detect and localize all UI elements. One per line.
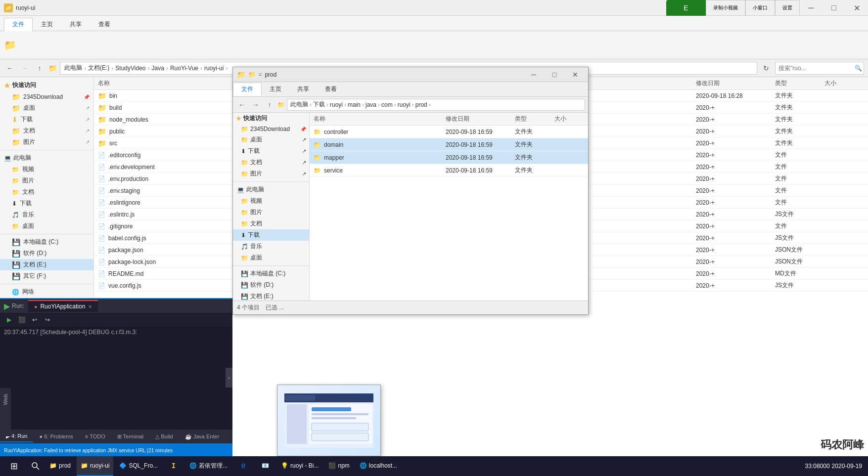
second-close[interactable]: ✕	[566, 68, 584, 82]
second-sidebar-c[interactable]: 💾 本地磁盘 (C:)	[233, 268, 309, 279]
second-tab-file[interactable]: 文件	[233, 83, 262, 96]
second-minimize[interactable]: ─	[525, 68, 543, 82]
taskbar-btn-prod[interactable]: 📁 prod	[46, 456, 75, 476]
forward-btn[interactable]: →	[19, 62, 31, 74]
settings-btn[interactable]: 设置	[775, 0, 800, 16]
breadcrumb-ruoyi-ui[interactable]: ruoyi-ui	[204, 65, 224, 72]
search-input[interactable]	[778, 65, 853, 72]
taskbar-btn-browser[interactable]: e	[233, 456, 253, 476]
second-quick-access[interactable]: ★ 快速访问	[233, 113, 309, 124]
second-sidebar-d[interactable]: 💾 软件 (D:)	[233, 279, 309, 291]
back-btn[interactable]: ←	[4, 62, 16, 74]
ide-java-tab[interactable]: ☕ Java Enter	[179, 432, 226, 442]
col-type[interactable]: 类型	[775, 79, 824, 87]
sidebar-item-pics[interactable]: 📁 图片 ↗	[0, 136, 93, 148]
second-sidebar-dl[interactable]: ⬇ 下载 ↗	[233, 145, 309, 157]
small-window-btn[interactable]: 小窗口	[745, 0, 775, 16]
second-sidebar-desk[interactable]: 📁 桌面 ↗	[233, 134, 309, 145]
table-row[interactable]: 📁domain 2020-09-18 16:59 文件夹	[310, 138, 588, 151]
ide-build-tab[interactable]: △ Build	[149, 432, 179, 442]
sidebar-item-2345download[interactable]: 📁 2345Download 📌	[0, 91, 93, 102]
second-sidebar-video[interactable]: 📁 视频	[233, 195, 309, 207]
second-tab-share[interactable]: 共享	[289, 83, 317, 95]
second-sidebar-desk2[interactable]: 📁 桌面	[233, 252, 309, 263]
chrome-icon[interactable]: E	[666, 0, 706, 16]
sidebar-item-pics2[interactable]: 📁 图片	[0, 175, 93, 186]
second-address-path[interactable]: 此电脑› 下载› ruoyi› main› java› com› ruoyi› …	[287, 99, 585, 111]
taskbar-btn-mail[interactable]: 📧	[255, 456, 275, 476]
sidebar-item-dl2[interactable]: ⬇ 下载	[0, 198, 93, 209]
taskbar-btn-ruoyi-ui[interactable]: 📁 ruoyi-ui	[77, 456, 113, 476]
maximize-btn[interactable]: □	[822, 0, 845, 16]
taskbar-btn-sql[interactable]: 🔷 SQL_Fro...	[115, 456, 162, 476]
sidebar-item-c[interactable]: 💾 本地磁盘 (C:)	[0, 236, 93, 248]
second-sidebar-docs[interactable]: 📁 文档 ↗	[233, 157, 309, 168]
second-tab-home[interactable]: 主页	[262, 83, 289, 95]
ide-tab-ruoyi[interactable]: ● RuoYiApplication ✕	[28, 300, 98, 312]
ide-arrow-btn[interactable]: ›	[226, 368, 232, 388]
tab-file[interactable]: 文件	[4, 18, 33, 31]
col-name[interactable]: 名称	[314, 115, 446, 123]
breadcrumb-java[interactable]: Java	[152, 65, 164, 72]
tab-close-icon[interactable]: ✕	[88, 304, 92, 309]
sidebar-item-desktop[interactable]: 📁 桌面 ↗	[0, 102, 93, 114]
ide-terminal-tab[interactable]: ⊞ Terminal	[111, 432, 149, 442]
second-thispc-header[interactable]: 💻 此电脑	[233, 184, 309, 195]
taskbar-btn-npm[interactable]: ⬛ npm	[324, 456, 353, 476]
second-sidebar-docs2[interactable]: 📁 文档	[233, 218, 309, 229]
tab-share[interactable]: 共享	[61, 18, 90, 31]
close-btn[interactable]: ✕	[845, 0, 868, 16]
second-sidebar-pics[interactable]: 📁 图片 ↗	[233, 168, 309, 179]
second-sidebar-2345[interactable]: 📁 2345Download 📌	[233, 124, 309, 134]
run-rerun-btn[interactable]: ↩	[30, 315, 40, 325]
col-date[interactable]: 修改日期	[696, 79, 775, 87]
search-box[interactable]: 🔍	[775, 62, 864, 75]
sidebar-item-e[interactable]: 💾 文档 (E:)	[0, 259, 93, 270]
second-sidebar-pics2[interactable]: 📁 图片	[233, 207, 309, 218]
sidebar-item-docs[interactable]: 📁 文档 ↗	[0, 125, 93, 136]
second-sidebar-e[interactable]: 💾 文档 (E:)	[233, 291, 309, 301]
breadcrumb-docs[interactable]: 文档(E:)	[88, 64, 109, 72]
run-stop-btn[interactable]: ⬛	[17, 315, 27, 325]
ide-problems-tab[interactable]: ● 6: Problems	[33, 432, 79, 441]
ide-todo-tab[interactable]: ≡ TODO	[79, 432, 111, 441]
table-row[interactable]: 📁mapper 2020-09-18 16:59 文件夹	[310, 151, 588, 164]
sidebar-item-network[interactable]: 🌐 网络	[0, 286, 93, 298]
table-row[interactable]: 📁controller 2020-09-18 16:59 文件夹	[310, 126, 588, 138]
web-label[interactable]: Web	[1, 392, 9, 407]
sidebar-item-music[interactable]: 🎵 音乐	[0, 209, 93, 220]
breadcrumb-thispc[interactable]: 此电脑	[64, 64, 82, 72]
refresh-btn[interactable]: ↻	[760, 62, 772, 74]
minimize-btn[interactable]: ─	[800, 0, 822, 16]
second-forward[interactable]: →	[250, 99, 262, 111]
sidebar-item-video[interactable]: 📁 视频	[0, 164, 93, 175]
sidebar-item-docs2[interactable]: 📁 文档	[0, 186, 93, 198]
taskbar-search-btn[interactable]	[28, 456, 44, 476]
run-pause-btn[interactable]: ↪	[43, 315, 52, 325]
col-size[interactable]: 大小	[824, 79, 864, 87]
start-button[interactable]: ⊞	[2, 456, 26, 476]
up-btn[interactable]: ↑	[34, 62, 46, 74]
col-type[interactable]: 类型	[515, 115, 554, 123]
tab-home[interactable]: 主页	[33, 18, 61, 31]
run-play-btn[interactable]: ▶	[4, 315, 14, 325]
taskbar-btn-ruoyi-admin[interactable]: 🌐 若依管理...	[185, 456, 231, 476]
second-sidebar-music[interactable]: 🎵 音乐	[233, 241, 309, 252]
col-size[interactable]: 大小	[554, 115, 584, 123]
thispc-header[interactable]: 💻 此电脑	[0, 152, 93, 164]
second-up[interactable]: ↑	[264, 99, 275, 111]
second-tab-view[interactable]: 查看	[317, 83, 345, 95]
second-sidebar-dl2[interactable]: ⬇ 下载	[233, 229, 309, 241]
second-back[interactable]: ←	[236, 99, 248, 111]
tab-view[interactable]: 查看	[90, 18, 119, 31]
browser-preview[interactable]	[277, 385, 381, 456]
breadcrumb-ruoyi[interactable]: RuoYi-Vue	[170, 65, 198, 72]
record-btn[interactable]: 录制小视频	[706, 0, 745, 16]
sidebar-item-f[interactable]: 💾 其它 (F:)	[0, 270, 93, 282]
table-row[interactable]: 📁service 2020-09-18 16:59 文件夹	[310, 164, 588, 177]
sidebar-item-d[interactable]: 💾 软件 (D:)	[0, 248, 93, 259]
col-date[interactable]: 修改日期	[446, 115, 515, 123]
taskbar-btn-ide[interactable]: I	[164, 456, 183, 476]
taskbar-btn-ruoyi-bi[interactable]: 💡 ruoyi - Bi...	[277, 456, 322, 476]
sidebar-item-downloads[interactable]: ⬇ 下载 ↗	[0, 114, 93, 125]
